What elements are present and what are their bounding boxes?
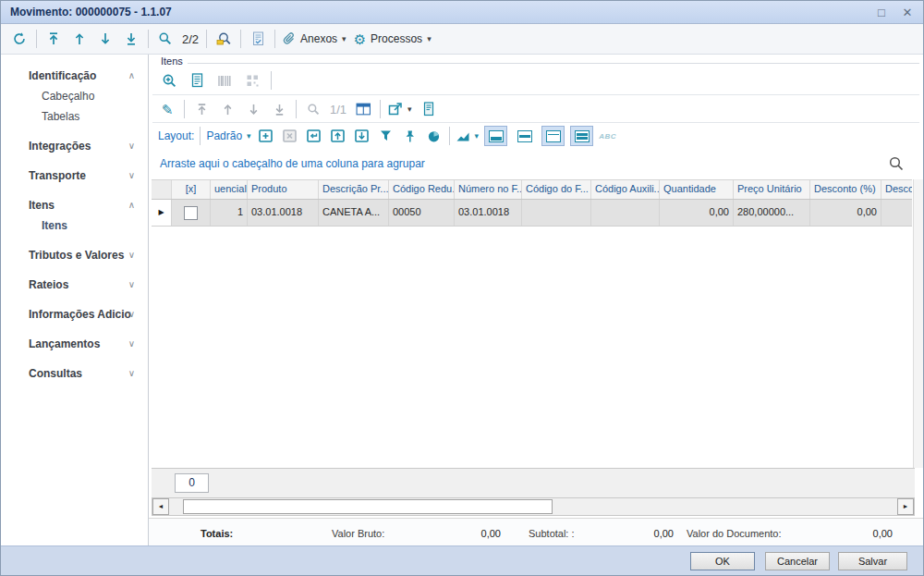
grid-search-button[interactable] (304, 98, 322, 120)
column-header-produto[interactable]: Produto (248, 180, 319, 199)
sidebar-item-cabecalho[interactable]: Cabeçalho (1, 86, 148, 106)
cancelar-button[interactable]: Cancelar (765, 552, 830, 570)
grid-prev-button[interactable] (218, 98, 237, 120)
row-indicator-icon: ▶ (158, 208, 164, 216)
add-layout-button[interactable] (257, 125, 275, 147)
grid-vertical-scrollbar[interactable] (913, 179, 923, 468)
columns-button[interactable] (354, 98, 372, 120)
chart-button[interactable]: ▾ (456, 125, 480, 147)
chevron-down-icon: ▾ (427, 34, 432, 43)
sidebar-item-label: Tributos e Valores (29, 249, 124, 262)
ok-button[interactable]: OK (690, 552, 755, 570)
sql-search-button[interactable] (214, 28, 233, 50)
panel-middle-toggle[interactable] (513, 126, 536, 146)
row-checkbox[interactable] (184, 206, 198, 220)
sidebar-item-rateios[interactable]: Rateios∨ (1, 275, 148, 295)
export-layout-button[interactable] (329, 125, 347, 147)
grid-row[interactable]: ▶103.01.0018CANETA A...0005003.01.00180,… (152, 200, 912, 227)
grid-next-button[interactable] (244, 98, 262, 120)
pin-button[interactable] (401, 125, 419, 147)
scroll-left-button[interactable]: ◄ (152, 498, 169, 515)
panel-rows-toggle[interactable] (570, 126, 593, 146)
chevron-up-icon: ∧ (128, 195, 135, 215)
navigation-sidebar: Identificação∧CabeçalhoTabelasIntegraçõe… (1, 55, 149, 575)
sidebar-item-itens-sub[interactable]: Itens (1, 215, 148, 236)
search-icon (158, 31, 173, 46)
column-header-desconto[interactable]: Desconto (881, 180, 912, 199)
sidebar-item-informacoes-adicio[interactable]: Informações Adicio∨ (1, 304, 148, 325)
sidebar-item-tributos-e-valores[interactable]: Tributos e Valores∨ (1, 245, 148, 265)
panel-top-toggle[interactable] (541, 126, 565, 146)
import-layout-button[interactable] (353, 125, 371, 147)
pie-button[interactable] (425, 125, 444, 147)
add-layout-icon (259, 129, 273, 142)
load-layout-button[interactable] (305, 125, 323, 147)
separator (449, 127, 450, 145)
totals-bar: Totais: Valor Bruto: 0,00 Subtotal: : 0,… (149, 518, 923, 549)
refresh-button[interactable] (10, 28, 29, 50)
previous-record-button[interactable] (70, 28, 89, 50)
panel-bottom-toggle[interactable] (484, 126, 507, 146)
grid-horizontal-scrollbar[interactable]: ◄ ► (152, 497, 915, 516)
delete-layout-button[interactable] (281, 125, 299, 147)
column-header-codigo_reduzido[interactable]: Código Redu... (389, 180, 455, 199)
anexos-button[interactable]: Anexos ▾ (283, 28, 346, 50)
sidebar-item-label: Lançamentos (29, 337, 100, 350)
panel-rows-icon (575, 130, 590, 142)
group-by-bar[interactable]: Arraste aqui o cabeçalho de uma coluna p… (152, 148, 919, 179)
search-button[interactable] (156, 28, 175, 50)
column-header-codigo_do_f[interactable]: Código do F... (522, 180, 591, 199)
grid-last-button[interactable] (270, 98, 288, 120)
edit-button[interactable]: ✎ (158, 98, 176, 120)
sidebar-item-tabelas[interactable]: Tabelas (1, 106, 148, 127)
sql-search-icon (216, 31, 232, 46)
column-header-quantidade[interactable]: Quantidade (660, 180, 734, 199)
sidebar-item-itens[interactable]: Itens∧ (1, 195, 148, 215)
column-header-sequencial[interactable]: uencial (211, 180, 248, 199)
sidebar-item-integracoes[interactable]: Integrações∨ (1, 136, 148, 156)
sidebar-item-identificacao[interactable]: Identificação∧ (1, 66, 148, 86)
abc-spellcheck-toggle[interactable]: ABC (599, 132, 616, 141)
document-check-button[interactable] (249, 28, 267, 50)
delete-layout-icon (283, 129, 297, 142)
load-layout-icon (307, 129, 321, 142)
column-header-preco_unitario[interactable]: Preço Unitário (734, 180, 810, 199)
sidebar-item-transporte[interactable]: Transporte∨ (1, 165, 148, 186)
column-header-descricao[interactable]: Descrição Pr... (319, 180, 389, 199)
qr-code-button[interactable] (243, 69, 261, 92)
search-icon (888, 155, 905, 172)
last-record-button[interactable] (122, 28, 140, 50)
separator (200, 127, 201, 145)
filter-button[interactable] (377, 125, 395, 147)
scroll-right-button[interactable]: ► (897, 498, 914, 515)
barcode-button[interactable] (215, 69, 234, 92)
separator (240, 30, 241, 48)
processos-button[interactable]: ⚙ Processos ▾ (354, 28, 432, 50)
first-record-button[interactable] (44, 28, 63, 50)
grid-first-button[interactable] (192, 98, 211, 120)
zoom-add-button[interactable] (160, 69, 178, 92)
scrollbar-thumb[interactable] (183, 499, 553, 514)
sidebar-item-consultas[interactable]: Consultas∨ (1, 363, 148, 384)
sidebar-item-label: Integrações (29, 140, 91, 153)
cell-desconto (881, 200, 912, 226)
chevron-down-icon: ∨ (128, 245, 135, 265)
column-header-numero_no_f[interactable]: Número no F... (455, 180, 522, 199)
separator (271, 71, 272, 90)
arrow-up-icon (222, 103, 234, 116)
column-header-selected[interactable]: [x] (172, 180, 211, 199)
next-record-button[interactable] (96, 28, 115, 50)
layout-preset-dropdown[interactable]: Padrão ▾ (206, 125, 250, 147)
maximize-button[interactable]: □ (875, 6, 888, 19)
sidebar-item-lancamentos[interactable]: Lançamentos∨ (1, 334, 148, 354)
salvar-button[interactable]: Salvar (838, 552, 907, 570)
column-header-codigo_auxiliar[interactable]: Código Auxili... (591, 180, 660, 199)
grid-filter-search-button[interactable] (888, 155, 905, 172)
report-button[interactable] (419, 98, 438, 120)
close-button[interactable]: ✕ (901, 6, 914, 19)
chevron-down-icon: ▾ (407, 104, 412, 114)
export-button[interactable]: ▾ (388, 98, 412, 120)
product-list-button[interactable] (188, 69, 206, 92)
chevron-down-icon: ▾ (475, 131, 480, 141)
column-header-desconto_pct[interactable]: Desconto (%) (810, 180, 881, 199)
